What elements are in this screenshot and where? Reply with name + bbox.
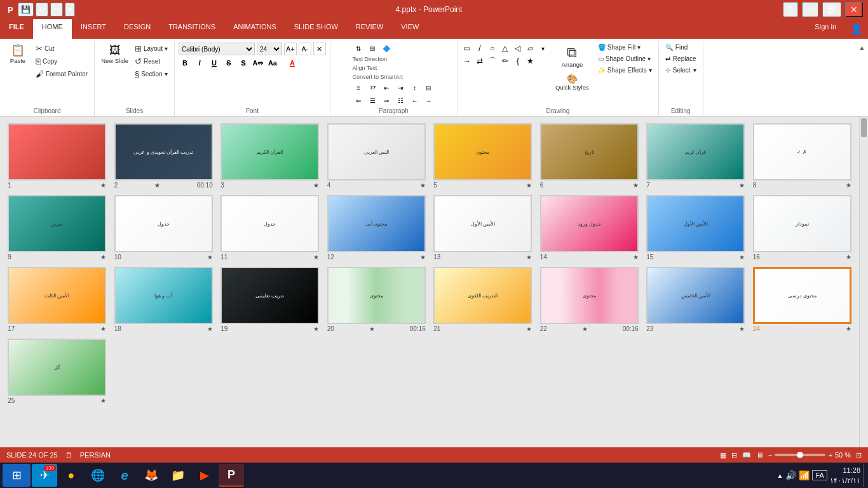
format-painter-button[interactable]: 🖌 Format Painter — [33, 68, 90, 80]
fit-slide-button[interactable]: ⊡ — [856, 451, 862, 459]
slides-panel[interactable]: 1★تدریب القرآن تجویدی و عربی2★00:10القرآ… — [0, 117, 859, 447]
shape-rtriangle-button[interactable]: ◁ — [512, 43, 524, 54]
slide-item-1[interactable]: 1★ — [6, 123, 108, 190]
media-player-button[interactable]: ▶ — [192, 464, 217, 487]
zoom-out-button[interactable]: − — [768, 451, 772, 459]
slide-item-9[interactable]: تمرین9★ — [6, 195, 108, 262]
slide-item-22[interactable]: محتوی22★00:16 — [539, 267, 641, 334]
char-spacing-button[interactable]: A⇔ — [252, 57, 264, 69]
strikethrough-button[interactable]: S — [222, 57, 235, 69]
underline-button[interactable]: U — [208, 57, 220, 69]
tab-transitions[interactable]: TRANSITIONS — [159, 19, 224, 39]
save-button[interactable]: 💾 — [18, 3, 34, 17]
slide-item-24[interactable]: محتوی درسی24★ — [752, 267, 853, 334]
slide-item-4[interactable]: النص العربی4★ — [326, 123, 428, 190]
chrome-button[interactable]: ● — [58, 464, 84, 487]
decrease-indent-button[interactable]: ⇤ — [380, 82, 393, 93]
account-icon[interactable]: 👤 — [845, 19, 868, 39]
shape-brace-button[interactable]: { — [512, 55, 524, 67]
close-button[interactable]: ✕ — [845, 2, 863, 17]
justify-button[interactable]: ☷ — [394, 95, 407, 106]
tray-up-arrow[interactable]: ▲ — [777, 472, 783, 479]
slide-item-13[interactable]: الأمین الأول13★ — [432, 195, 534, 262]
scrollbar-thumb[interactable] — [861, 118, 867, 137]
select-button[interactable]: ⊹ Select ▾ — [663, 65, 699, 75]
italic-button[interactable]: I — [193, 57, 206, 69]
shape-line-button[interactable]: / — [474, 43, 485, 54]
line-spacing-button[interactable]: ↕ — [408, 82, 421, 93]
shape-fill-button[interactable]: 🪣 Shape Fill ▾ — [595, 43, 654, 52]
decrease-font-button[interactable]: A- — [299, 43, 311, 55]
notes-icon[interactable]: 🗒 — [65, 451, 72, 459]
shape-doublearrow-button[interactable]: ⇄ — [474, 55, 485, 67]
layout-button[interactable]: ⊞ Layout ▾ — [132, 43, 170, 55]
align-right-button[interactable]: ⇒ — [380, 95, 393, 106]
clear-formatting-button[interactable]: ✕ — [313, 43, 326, 55]
shape-curve-button[interactable]: ⌒ — [487, 55, 498, 67]
section-button[interactable]: § Section ▾ — [132, 68, 170, 80]
tab-animations[interactable]: ANIMATIONS — [224, 19, 285, 39]
ie-button[interactable]: e — [112, 464, 137, 487]
slide-item-7[interactable]: قرآن کریم7★ — [645, 123, 747, 190]
slide-item-8[interactable]: ✗ ✓8★ — [752, 123, 853, 190]
slide-item-25[interactable]: گل25★ — [6, 339, 108, 405]
help-button[interactable]: ? — [783, 2, 798, 17]
numbered-list-button[interactable]: ⁇ — [366, 82, 379, 93]
shape-triangle-button[interactable]: △ — [499, 43, 511, 54]
sign-in-button[interactable]: Sign in — [806, 19, 845, 39]
slide-item-23[interactable]: الأمین الخامس23★ — [645, 267, 747, 334]
slide-item-21[interactable]: التدریب اللغوی21★ — [432, 267, 534, 334]
firefox-button[interactable]: 🦊 — [139, 464, 164, 487]
network-button[interactable]: 🌐 — [85, 464, 111, 487]
slide-item-2[interactable]: تدریب القرآن تجویدی و عربی2★00:10 — [113, 123, 215, 190]
new-slide-button[interactable]: 🖼 New Slide — [98, 43, 131, 66]
undo-button[interactable]: ↩ — [36, 3, 48, 17]
arrange-button[interactable]: ⧉ Arrange — [557, 43, 587, 70]
customize-qat-button[interactable]: ▾ — [65, 3, 75, 17]
powerpoint-taskbar-button[interactable]: P — [219, 464, 244, 487]
slide-item-17[interactable]: الأمین الثالث17★ — [6, 267, 108, 334]
file-manager-button[interactable]: 📁 — [165, 464, 191, 487]
slide-item-19[interactable]: تدریب تعلیمی19★ — [219, 267, 321, 334]
slide-item-12[interactable]: محتوی آبی12★ — [326, 195, 428, 262]
reading-view-button[interactable]: 📖 — [742, 451, 751, 459]
slide-item-16[interactable]: نمودار16★ — [752, 195, 853, 262]
find-button[interactable]: 🔍 Find — [663, 43, 699, 52]
text-direction-button[interactable]: ⇅ — [352, 43, 365, 54]
tab-review[interactable]: REVIEW — [347, 19, 392, 39]
presenter-view-button[interactable]: 🖥 — [756, 451, 763, 459]
shape-outline-button[interactable]: ▭ Shape Outline ▾ — [595, 54, 654, 64]
convert-smartart-button[interactable]: 🔷 — [380, 43, 393, 54]
rtl-button[interactable]: ← — [408, 95, 421, 106]
columns-button[interactable]: ⊟ — [422, 82, 435, 93]
collapse-ribbon-button[interactable]: ▲ — [856, 41, 868, 116]
font-color-button[interactable]: A — [286, 57, 299, 69]
tab-file[interactable]: FILE — [0, 19, 33, 39]
slide-item-10[interactable]: جدول10★ — [113, 195, 215, 262]
tab-slideshow[interactable]: SLIDE SHOW — [285, 19, 347, 39]
replace-button[interactable]: ⇄ Replace — [663, 54, 699, 64]
align-text-button[interactable]: ⊟ — [366, 43, 379, 54]
shape-rect-button[interactable]: ▭ — [461, 43, 473, 54]
tab-view[interactable]: VIEW — [392, 19, 428, 39]
change-case-button[interactable]: Aa — [266, 57, 279, 69]
increase-font-button[interactable]: A+ — [284, 43, 297, 55]
paste-button[interactable]: 📋 Paste — [4, 43, 32, 66]
slide-view-button[interactable]: ⊟ — [731, 451, 737, 459]
shape-oval-button[interactable]: ○ — [487, 43, 498, 54]
start-button[interactable]: ⊞ — [3, 464, 31, 487]
minimize-button[interactable]: ─ — [802, 2, 818, 17]
ltr-button[interactable]: → — [422, 95, 435, 106]
slide-item-18[interactable]: آب و هوا18★ — [113, 267, 215, 334]
tab-design[interactable]: DESIGN — [115, 19, 159, 39]
font-name-select[interactable]: Calibri (Body) — [179, 43, 255, 55]
slide-item-20[interactable]: محتوی20★00:16 — [326, 267, 428, 334]
shadow-button[interactable]: S — [237, 57, 250, 69]
font-size-select[interactable]: 24 — [257, 43, 282, 55]
bold-button[interactable]: B — [179, 57, 191, 69]
copy-button[interactable]: ⎘ Copy — [33, 55, 90, 67]
shape-arrow-button[interactable]: → — [461, 55, 473, 67]
slide-item-5[interactable]: محتوی5★ — [432, 123, 534, 190]
zoom-slider[interactable] — [775, 454, 825, 456]
zoom-in-button[interactable]: + — [828, 451, 832, 459]
